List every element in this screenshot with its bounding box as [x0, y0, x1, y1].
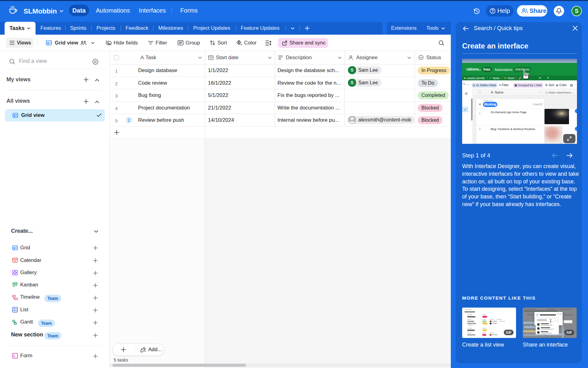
- svg-text:31: 31: [210, 57, 212, 59]
- svg-text:31: 31: [14, 260, 16, 262]
